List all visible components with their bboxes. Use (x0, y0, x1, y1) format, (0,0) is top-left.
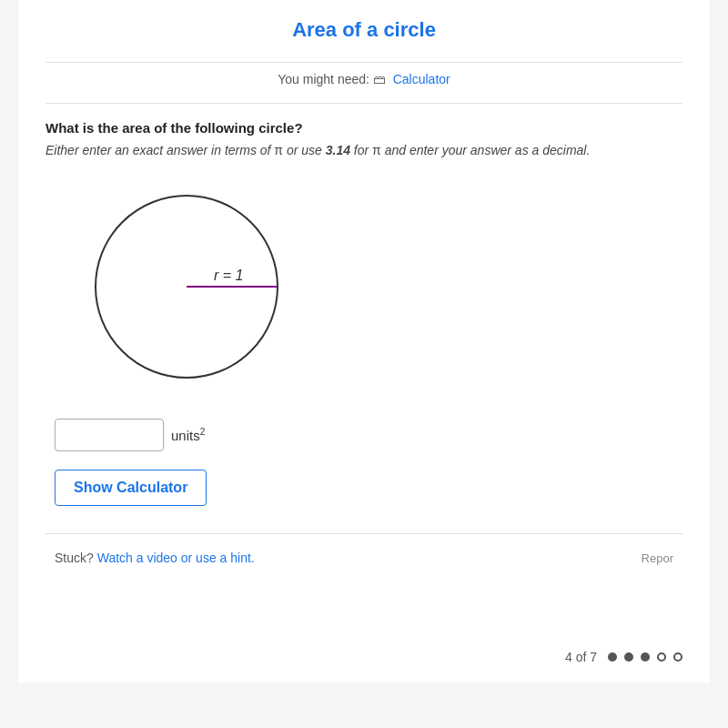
subtitle-part2: or use (283, 143, 326, 157)
stuck-section: Stuck? Watch a video or use a hint. (55, 551, 255, 565)
pagination-text: 4 of 7 (565, 650, 597, 664)
question-subtitle: Either enter an exact answer in terms of… (46, 141, 682, 160)
circle-svg: r = 1 (82, 182, 291, 391)
subtitle-part1: Either enter an exact answer in terms of (46, 143, 274, 157)
subtitle-part4: and enter your answer as a decimal. (381, 143, 591, 157)
pagination-dot-4 (657, 652, 666, 662)
units-text: units (171, 428, 200, 443)
report-link[interactable]: Repor (642, 551, 673, 565)
answer-input[interactable] (55, 419, 164, 451)
show-calculator-button[interactable]: Show Calculator (55, 470, 207, 506)
units-label: units2 (171, 427, 205, 443)
svg-text:r = 1: r = 1 (214, 268, 243, 283)
answer-section: units2 (55, 419, 682, 451)
circle-diagram: r = 1 (82, 182, 682, 391)
pagination: 4 of 7 (565, 650, 682, 664)
pagination-dot-3 (641, 652, 650, 662)
pagination-dot-1 (608, 652, 617, 662)
page-title: Area of a circle (46, 18, 682, 53)
calculator-link[interactable]: Calculator (393, 72, 450, 86)
pagination-dot-5 (673, 652, 682, 662)
top-divider (46, 62, 682, 63)
mid-divider (46, 103, 682, 104)
stuck-text: Stuck? (55, 551, 94, 565)
subtitle-part3: for (350, 143, 372, 157)
you-might-need-text: You might need: (278, 72, 369, 86)
bottom-divider (46, 533, 682, 534)
watch-video-link[interactable]: Watch a video or use a hint. (97, 551, 255, 565)
page-container: Area of a circle You might need: 🗃 Calcu… (0, 0, 728, 728)
question-title: What is the area of the following circle… (46, 120, 682, 136)
you-might-need-section: You might need: 🗃 Calculator (46, 72, 682, 86)
units-power: 2 (200, 427, 206, 437)
subtitle-pi1: π (274, 143, 283, 157)
subtitle-pi2: π (372, 143, 381, 157)
main-content: Area of a circle You might need: 🗃 Calcu… (18, 0, 710, 682)
bottom-bar: Stuck? Watch a video or use a hint. Repo… (46, 543, 682, 565)
subtitle-314: 3.14 (326, 143, 350, 157)
pagination-dot-2 (624, 652, 633, 662)
calculator-icon: 🗃 (373, 72, 386, 86)
circle-svg-container: r = 1 (82, 182, 291, 391)
